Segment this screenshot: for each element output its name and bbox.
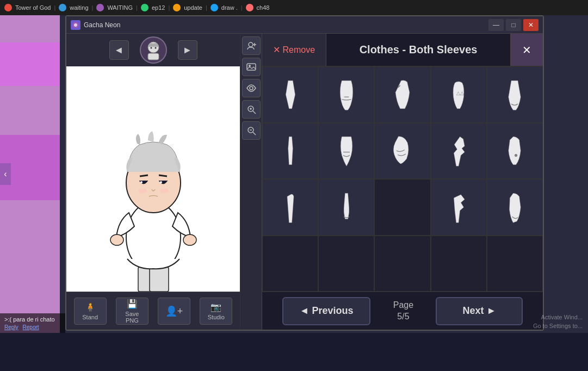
tab-draw[interactable]: draw .	[221, 4, 238, 11]
right-panel	[240, 34, 262, 330]
item-cell[interactable]	[487, 123, 543, 180]
char-avatar	[140, 36, 167, 64]
close-items-button[interactable]: ✕	[510, 34, 543, 66]
save-icon: 💾	[127, 299, 138, 309]
svg-rect-3	[148, 53, 159, 60]
addchar-icon: 👤+	[165, 305, 183, 317]
close-button[interactable]: ✕	[523, 19, 539, 31]
item-cell[interactable]	[318, 66, 374, 123]
studio-button[interactable]: 📷 Studio	[200, 298, 232, 325]
item-cell[interactable]	[374, 66, 430, 123]
item-cell[interactable]	[431, 179, 487, 236]
tab-towerofgod[interactable]: Tower of God	[15, 4, 51, 11]
svg-point-4	[150, 47, 152, 49]
item-cell[interactable]	[487, 66, 543, 123]
item-cell[interactable]	[487, 179, 543, 236]
next-button[interactable]: Next ►	[436, 297, 523, 325]
sleeve-item-icon	[501, 78, 528, 111]
items-title: Clothes - Both Sleeves	[326, 44, 510, 56]
studio-label: Studio	[208, 314, 225, 320]
sleeve-item-icon	[333, 191, 360, 224]
window-content: ◄ ►	[66, 34, 543, 330]
svg-point-8	[183, 234, 196, 245]
svg-point-13	[140, 181, 143, 183]
tab-waiting2[interactable]: WAITING	[107, 4, 133, 11]
item-cell[interactable]: △△	[431, 66, 487, 123]
sleeve-item-icon	[501, 191, 528, 224]
page-numbers: 5/5	[397, 312, 409, 321]
image-icon	[246, 62, 256, 72]
char-bottom: 🧍 Stand 💾 Save PNG 👤+ 📷 Studio	[66, 292, 240, 330]
zoom-out-panel-btn[interactable]	[242, 121, 261, 140]
item-cell-empty[interactable]	[431, 236, 487, 292]
svg-point-24	[250, 86, 253, 90]
stand-button[interactable]: 🧍 Stand	[74, 298, 107, 325]
svg-point-1	[74, 23, 77, 27]
zoom-in-icon	[246, 104, 256, 114]
svg-line-11	[140, 175, 148, 176]
activate-line1: Activate Wind...	[533, 313, 583, 321]
right-panel-btn-addchar[interactable]: 👤+	[158, 298, 190, 325]
items-panel: ✕ Remove Clothes - Both Sleeves ✕	[262, 34, 543, 330]
main-content: ‹ Gacha Neon — □ ✕ ◄	[0, 15, 588, 333]
prev-character-button[interactable]: ◄	[109, 40, 129, 60]
tab-ch48[interactable]: ch48	[257, 4, 270, 11]
item-cell-empty[interactable]	[374, 179, 430, 236]
favicon-update	[173, 4, 181, 11]
favicon-waiting2	[96, 4, 104, 11]
save-label: Save PNG	[125, 311, 139, 324]
items-topbar: ✕ Remove Clothes - Both Sleeves ✕	[262, 34, 543, 66]
svg-text:△△: △△	[456, 90, 464, 96]
add-character-panel-btn[interactable]	[242, 36, 261, 55]
previous-button[interactable]: ◄ Previous	[282, 297, 371, 325]
sleeve-item-icon	[389, 78, 416, 111]
item-cell[interactable]	[374, 123, 430, 180]
item-cell-empty[interactable]	[262, 236, 318, 292]
stand-label: Stand	[82, 314, 98, 320]
stand-icon: 🧍	[85, 302, 96, 312]
char-display	[66, 66, 240, 292]
next-character-button[interactable]: ►	[178, 40, 197, 60]
sidebar-block-1	[0, 42, 60, 86]
tab-update[interactable]: update	[184, 4, 202, 11]
favicon-ep12	[141, 4, 148, 11]
favicon-towerofgod	[4, 4, 12, 11]
sleeve-item-icon	[277, 191, 304, 224]
eye-panel-btn[interactable]	[242, 79, 261, 97]
comment-area: >:( para de ri chato Reply Report	[0, 313, 65, 333]
save-png-button[interactable]: 💾 Save PNG	[116, 298, 148, 325]
image-panel-btn[interactable]	[242, 58, 261, 76]
tab-ep12[interactable]: ep12	[152, 4, 165, 11]
svg-point-14	[160, 181, 162, 183]
item-cell-empty[interactable]	[318, 236, 374, 292]
reply-link[interactable]: Reply	[4, 324, 18, 330]
item-cell[interactable]	[318, 123, 374, 180]
tab-waiting[interactable]: waiting	[70, 4, 88, 11]
item-cell[interactable]	[431, 123, 487, 180]
zoom-in-panel-btn[interactable]	[242, 100, 261, 119]
sleeve-item-icon	[389, 134, 416, 167]
sleeve-item-icon	[333, 78, 360, 111]
remove-button[interactable]: ✕ Remove	[262, 34, 326, 66]
svg-point-15	[138, 189, 147, 193]
window-controls: — □ ✕	[488, 19, 539, 31]
item-cell[interactable]	[262, 123, 318, 180]
comment-actions: Reply Report	[4, 324, 61, 330]
maximize-button[interactable]: □	[506, 19, 521, 31]
left-sidebar: ‹	[0, 15, 60, 333]
studio-icon: 📷	[211, 302, 221, 312]
svg-point-5	[154, 47, 156, 49]
svg-line-30	[253, 132, 256, 135]
report-link[interactable]: Report	[23, 324, 39, 330]
svg-point-7	[110, 234, 123, 245]
item-cell[interactable]	[262, 66, 318, 123]
item-cell[interactable]	[262, 179, 318, 236]
item-cell[interactable]	[318, 179, 374, 236]
sleeve-item-icon	[277, 134, 304, 167]
item-cell-empty[interactable]	[374, 236, 430, 292]
app-icon	[71, 20, 81, 30]
sidebar-arrow-left[interactable]: ‹	[0, 163, 11, 185]
item-cell-empty[interactable]	[487, 236, 543, 292]
minimize-button[interactable]: —	[488, 19, 504, 31]
activate-line2: Go to Settings to...	[533, 322, 583, 330]
